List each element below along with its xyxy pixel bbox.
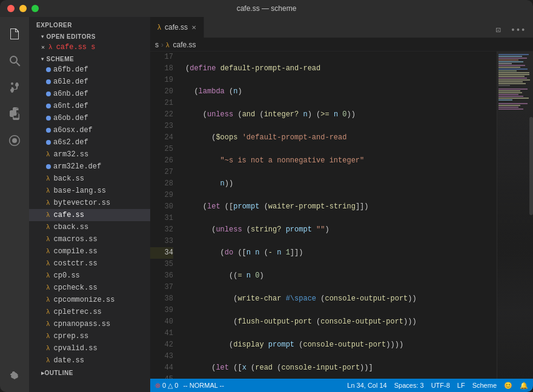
tab-close-icon[interactable]: ✕	[191, 24, 196, 31]
error-count[interactable]: ⊗ 0 △ 0	[155, 382, 178, 390]
file-cafe-ss[interactable]: λ cafe.ss	[29, 209, 150, 221]
files-icon[interactable]	[2, 22, 27, 46]
breadcrumb-sep: ›	[161, 41, 164, 49]
split-editor-button[interactable]: ⊡	[493, 22, 503, 38]
code-line-28: (flush-output-port (console-output-port)…	[185, 316, 497, 328]
file-arm32le-def[interactable]: arm32le.def	[29, 161, 150, 173]
code-line-30: (let ([x (read (console-input-port))]	[185, 362, 497, 374]
lambda-icon: λ	[46, 248, 50, 255]
breadcrumb-file[interactable]: cafe.ss	[173, 41, 196, 49]
settings-icon[interactable]	[2, 363, 27, 387]
file-cprep-ss[interactable]: λ cprep.ss	[29, 330, 150, 342]
error-number: 0	[162, 382, 166, 389]
file-a6le-def[interactable]: a6le.def	[29, 76, 150, 88]
filename: cpcommonize.ss	[54, 296, 115, 304]
file-back-ss[interactable]: λ back.ss	[29, 173, 150, 185]
breadcrumb-root[interactable]: s	[155, 41, 159, 49]
code-content[interactable]: (define default-prompt-and-read (lambda …	[180, 51, 497, 379]
source-control-icon[interactable]	[2, 75, 27, 99]
file-a6s2-def[interactable]: a6s2.def	[29, 136, 150, 148]
tab-cafe-ss[interactable]: λ cafe.ss ✕	[150, 17, 204, 38]
file-compile-ss[interactable]: λ compile.ss	[29, 245, 150, 257]
window-controls	[7, 5, 39, 12]
lambda-icon: λ	[46, 199, 50, 207]
code-line-18: (lambda (n)	[185, 86, 497, 98]
filename: cpcheck.ss	[54, 284, 98, 292]
vim-mode: -- NORMAL --	[183, 382, 223, 389]
open-editors-toggle[interactable]: ▾ OPEN EDITORS	[29, 32, 150, 41]
file-dot	[46, 128, 51, 133]
file-cpcommonize-ss[interactable]: λ cpcommonize.ss	[29, 294, 150, 306]
extensions-icon[interactable]	[2, 102, 27, 126]
file-cpcheck-ss[interactable]: λ cpcheck.ss	[29, 282, 150, 294]
search-icon[interactable]	[2, 48, 27, 73]
close-button[interactable]	[7, 5, 15, 12]
lambda-icon: λ	[46, 151, 50, 158]
scheme-section: ▾ SCHEME a6fb.def a6le.def a6nb	[29, 55, 150, 367]
lambda-icon: λ	[46, 296, 50, 304]
language-mode[interactable]: Scheme	[472, 382, 497, 389]
cursor-position[interactable]: Ln 34, Col 14	[347, 382, 386, 389]
window-title: cafe.ss — scheme	[237, 4, 297, 13]
code-line-25: (do ([n n (- n 1]])	[185, 247, 497, 259]
file-cpletrec-ss[interactable]: λ cpletrec.ss	[29, 306, 150, 318]
file-a6fb-def[interactable]: a6fb.def	[29, 64, 150, 76]
file-dot	[46, 91, 51, 96]
open-editor-filename: cafe.ss s	[56, 43, 96, 51]
open-editors-label: OPEN EDITORS	[47, 33, 96, 40]
file-cpnanopass-ss[interactable]: λ cpnanopass.ss	[29, 318, 150, 330]
tab-bar: λ cafe.ss ✕ ⊡ •••	[150, 17, 533, 38]
open-editor-cafe-ss[interactable]: ✕ λ cafe.ss s	[29, 41, 150, 53]
file-cpvalid-ss[interactable]: λ cpvalid.ss	[29, 342, 150, 354]
code-line-19: (unless (and (integer? n) (>= n 0))	[185, 109, 497, 121]
filename: date.ss	[54, 356, 84, 365]
maximize-button[interactable]	[31, 5, 39, 12]
code-line-21: "~s is not a nonnegative integer"	[185, 155, 497, 167]
filename: a6le.def	[53, 78, 88, 86]
tab-lambda-icon: λ	[157, 23, 161, 32]
minimap-scrollbar[interactable]	[529, 117, 533, 215]
file-cp0-ss[interactable]: λ cp0.ss	[29, 270, 150, 282]
file-a6nt-def[interactable]: a6nt.def	[29, 100, 150, 112]
encoding[interactable]: UTF-8	[431, 382, 450, 389]
file-a6ob-def[interactable]: a6ob.def	[29, 112, 150, 124]
filename: base-lang.ss	[54, 187, 106, 195]
bell-button[interactable]: 🔔	[520, 382, 528, 390]
filename: compile.ss	[54, 247, 98, 256]
lambda-icon: λ	[46, 308, 50, 316]
lambda-icon-active: λ	[46, 211, 50, 219]
lambda-icon: λ	[46, 236, 50, 243]
file-cback-ss[interactable]: λ cback.ss	[29, 221, 150, 233]
file-date-ss[interactable]: λ date.ss	[29, 354, 150, 367]
file-dot	[46, 116, 51, 121]
filename: a6nt.def	[53, 102, 88, 110]
file-a6osx-def[interactable]: a6osx.def	[29, 124, 150, 136]
file-cmacros-ss[interactable]: λ cmacros.ss	[29, 233, 150, 245]
code-line-23: (let ([prompt (waiter-prompt-string]])	[185, 201, 497, 213]
filename: cpvalid.ss	[54, 344, 98, 353]
lambda-icon-red: λ	[48, 44, 53, 51]
remote-icon[interactable]	[2, 128, 27, 153]
scheme-section-toggle[interactable]: ▾ SCHEME	[29, 55, 150, 64]
more-actions-button[interactable]: •••	[508, 23, 528, 38]
file-costctr-ss[interactable]: λ costctr.ss	[29, 257, 150, 270]
filename: a6nb.def	[53, 90, 88, 98]
filename: cpnanopass.ss	[54, 320, 111, 328]
file-a6nb-def[interactable]: a6nb.def	[29, 88, 150, 100]
file-arm32-ss[interactable]: λ arm32.ss	[29, 148, 150, 161]
file-base-lang-ss[interactable]: λ base-lang.ss	[29, 185, 150, 197]
filename: a6ob.def	[53, 114, 88, 122]
indentation[interactable]: Spaces: 3	[394, 382, 424, 389]
line-ending[interactable]: LF	[457, 382, 465, 389]
code-line-27: (write-char #\space (console-output-port…	[185, 293, 497, 305]
file-bytevector-ss[interactable]: λ bytevector.ss	[29, 197, 150, 209]
file-list: a6fb.def a6le.def a6nb.def a6nt.def	[29, 64, 150, 367]
filename: a6fb.def	[53, 65, 88, 74]
lambda-icon: λ	[46, 272, 50, 279]
file-dot	[46, 67, 51, 72]
outline-section-toggle[interactable]: ▸ OUTLINE	[29, 367, 150, 379]
filename: back.ss	[54, 174, 84, 183]
minimize-button[interactable]	[19, 5, 27, 12]
emoji-button[interactable]: 😊	[504, 382, 512, 390]
close-editor-icon[interactable]: ✕	[41, 44, 45, 51]
